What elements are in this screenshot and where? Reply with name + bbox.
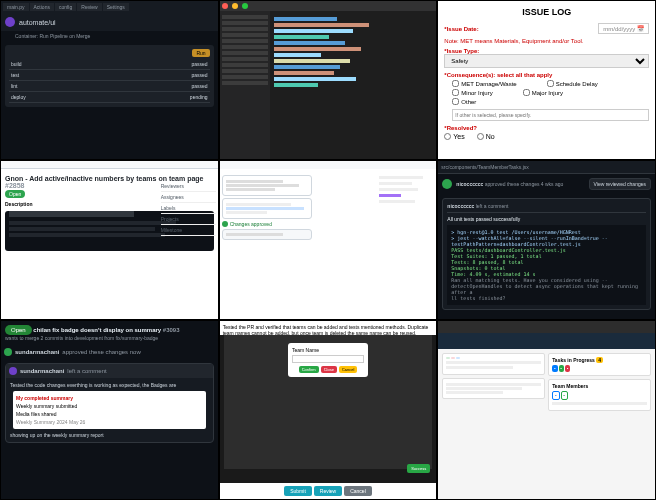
close-button[interactable]: Close: [321, 366, 337, 373]
check-icon: [442, 179, 452, 189]
consequence-checks: MET Damage/Waste Schedule Delay Minor In…: [452, 80, 649, 121]
avatar[interactable]: [9, 367, 17, 375]
table-row[interactable]: deploypending: [9, 92, 210, 103]
approved-status: Changes approved: [222, 221, 312, 227]
github-pr-light-2: Changes approved: [219, 160, 438, 320]
check-other[interactable]: Other: [452, 98, 476, 105]
browser-bar: [438, 321, 655, 333]
widget-card[interactable]: [442, 353, 545, 375]
review-button[interactable]: Review: [314, 486, 342, 496]
sidebar-projects[interactable]: Projects: [161, 214, 216, 225]
sidebar-reviewers[interactable]: Reviewers: [161, 181, 216, 192]
status-badge: Open: [5, 325, 32, 335]
approval-row: sundarmachani approved these changes now: [1, 345, 218, 359]
browser-bar: [220, 161, 437, 169]
issue-type-select[interactable]: Safety: [444, 54, 649, 68]
tab[interactable]: Review: [77, 3, 101, 11]
check-icon: [4, 348, 12, 356]
close-icon[interactable]: [222, 3, 228, 9]
tab[interactable]: config: [55, 3, 76, 11]
file-path: src/components/TeamMemberTasks.jsx: [438, 161, 655, 174]
ide-window-1: main.py Actions config Review Settings a…: [0, 0, 219, 160]
avatar[interactable]: [5, 17, 15, 27]
table-row[interactable]: buildpassed: [9, 59, 210, 70]
team-modal: Team Name Confirm Close Cancel: [288, 343, 368, 377]
comment-box: sundarmachani left a comment Tested the …: [5, 363, 214, 443]
pr-subline: wants to merge 2 commits into developmen…: [5, 335, 214, 341]
view-changes-button[interactable]: View reviewed changes: [589, 178, 651, 190]
embedded-screenshot: My completed summary Weekly summary subm…: [13, 391, 206, 429]
widget-card[interactable]: [442, 378, 545, 399]
bottom-toolbar: Submit Review Cancel: [220, 483, 437, 499]
tasks-widget[interactable]: Tasks in Progress 4 ▪ ▪ ▪: [548, 353, 651, 376]
tab[interactable]: Actions: [30, 3, 54, 11]
radio-no[interactable]: No: [477, 133, 495, 140]
browser-bar: [1, 161, 218, 169]
comment-text: showing up on the weekly summary report: [10, 432, 209, 438]
tab[interactable]: Settings: [103, 3, 129, 11]
table-row[interactable]: lintpassed: [9, 81, 210, 92]
modal-label: Team Name: [292, 347, 364, 353]
minimize-icon[interactable]: [232, 3, 238, 9]
resolved-radios: Yes No: [444, 133, 649, 140]
check-icon: [222, 221, 228, 227]
other-input[interactable]: [452, 109, 649, 121]
merge-box: [222, 229, 312, 240]
terminal-output: > hgn-rest@1.0 test /Users/username/HGNR…: [447, 225, 646, 305]
pr-sidebar: Reviewers Assignees Labels Projects Mile…: [161, 181, 216, 236]
check-schedule[interactable]: Schedule Delay: [547, 80, 598, 87]
jobs-panel: Run buildpassed testpassed lintpassed de…: [5, 45, 214, 107]
description-text: Tested the PR and verified that teams ca…: [220, 321, 437, 335]
cancel-button[interactable]: Cancel: [344, 486, 372, 496]
file-explorer[interactable]: [220, 11, 270, 159]
github-pr-light: Gnon - Add active/inactive numbers by te…: [0, 160, 219, 320]
modal-screenshot: Tested the PR and verified that teams ca…: [219, 320, 438, 500]
comment-card: [222, 198, 312, 219]
success-toast: Success: [407, 464, 430, 473]
repo-name: automate/ui: [19, 19, 56, 26]
approval-row: nicocccccc approved these changes 4 wks …: [438, 174, 655, 194]
date-label: *Issue Date:: [444, 26, 478, 32]
sidebar-assignees[interactable]: Assignees: [161, 192, 216, 203]
consequence-label: *Consequence(s): select all that apply: [444, 72, 649, 78]
maximize-icon[interactable]: [242, 3, 248, 9]
comment-box: nicocccccc left a comment All unit tests…: [442, 198, 651, 310]
check-major[interactable]: Major Injury: [523, 89, 563, 96]
comment-card: [222, 175, 312, 196]
window-controls: [220, 1, 437, 11]
form-note: Note: MET means Materials, Equipment and…: [444, 38, 649, 44]
comment-header: sundarmachani left a comment: [6, 364, 213, 378]
sidebar-labels[interactable]: Labels: [161, 203, 216, 214]
sidebar-milestone[interactable]: Milestone: [161, 225, 216, 236]
subtitle: Container: Run Pipeline on Merge: [1, 31, 218, 41]
tab[interactable]: main.py: [3, 3, 29, 11]
cancel-button[interactable]: Cancel: [339, 366, 357, 373]
team-widget[interactable]: Team Members ▪ ▪: [548, 379, 651, 411]
github-review-dark: src/components/TeamMemberTasks.jsx nicoc…: [437, 160, 656, 320]
github-pr-dark: Open chilan fix badge doesn't display on…: [0, 320, 219, 500]
check-met[interactable]: MET Damage/Waste: [452, 80, 516, 87]
pr-title: chilan fix badge doesn't display on summ…: [33, 327, 179, 333]
form-title: ISSUE LOG: [444, 7, 649, 17]
status-badge: Open: [5, 190, 25, 198]
resolved-label: *Resolved?: [444, 125, 649, 131]
tab-bar: main.py Actions config Review Settings: [1, 1, 218, 13]
check-minor[interactable]: Minor Injury: [452, 89, 492, 96]
header: automate/ui: [1, 13, 218, 31]
comment-author[interactable]: nicocccccc: [447, 203, 474, 209]
dashboard: Tasks in Progress 4 ▪ ▪ ▪ Team Members ▪…: [437, 320, 656, 500]
confirm-button[interactable]: Confirm: [299, 366, 319, 373]
issue-log-form: ISSUE LOG *Issue Date: mm/dd/yyyy 📅 Note…: [437, 0, 656, 160]
radio-yes[interactable]: Yes: [444, 133, 464, 140]
app-header: [438, 333, 655, 349]
date-field: *Issue Date: mm/dd/yyyy 📅: [444, 23, 649, 34]
vscode-window: [219, 0, 438, 160]
team-name-input[interactable]: [292, 355, 364, 363]
date-input[interactable]: mm/dd/yyyy 📅: [598, 23, 649, 34]
run-button[interactable]: Run: [192, 49, 209, 57]
pr-header: Open chilan fix badge doesn't display on…: [1, 321, 218, 345]
comment-text: All unit tests passed successfully: [447, 213, 646, 225]
submit-button[interactable]: Submit: [284, 486, 312, 496]
table-row[interactable]: testpassed: [9, 70, 210, 81]
code-editor[interactable]: [270, 11, 437, 159]
